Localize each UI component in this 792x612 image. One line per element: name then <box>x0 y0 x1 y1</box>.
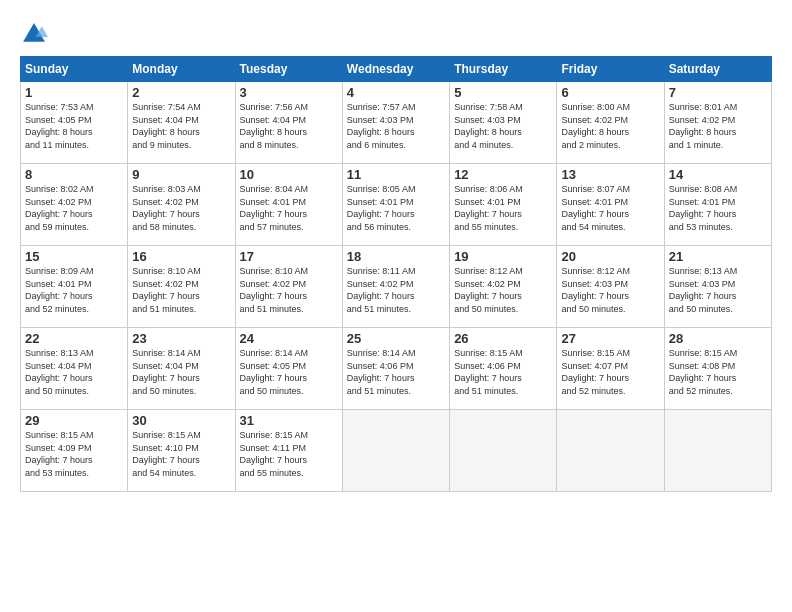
day-info: Sunrise: 7:56 AM Sunset: 4:04 PM Dayligh… <box>240 101 338 151</box>
calendar-cell: 10Sunrise: 8:04 AM Sunset: 4:01 PM Dayli… <box>235 164 342 246</box>
day-info: Sunrise: 8:15 AM Sunset: 4:06 PM Dayligh… <box>454 347 552 397</box>
calendar-cell: 7Sunrise: 8:01 AM Sunset: 4:02 PM Daylig… <box>664 82 771 164</box>
day-number: 10 <box>240 167 338 182</box>
day-number: 4 <box>347 85 445 100</box>
calendar-cell: 15Sunrise: 8:09 AM Sunset: 4:01 PM Dayli… <box>21 246 128 328</box>
calendar-cell: 17Sunrise: 8:10 AM Sunset: 4:02 PM Dayli… <box>235 246 342 328</box>
calendar-cell <box>450 410 557 492</box>
weekday-header-saturday: Saturday <box>664 57 771 82</box>
day-info: Sunrise: 8:09 AM Sunset: 4:01 PM Dayligh… <box>25 265 123 315</box>
weekday-header-monday: Monday <box>128 57 235 82</box>
logo-icon <box>20 20 48 48</box>
calendar-cell: 4Sunrise: 7:57 AM Sunset: 4:03 PM Daylig… <box>342 82 449 164</box>
day-info: Sunrise: 8:15 AM Sunset: 4:11 PM Dayligh… <box>240 429 338 479</box>
day-info: Sunrise: 8:08 AM Sunset: 4:01 PM Dayligh… <box>669 183 767 233</box>
day-info: Sunrise: 8:10 AM Sunset: 4:02 PM Dayligh… <box>132 265 230 315</box>
day-number: 25 <box>347 331 445 346</box>
day-number: 13 <box>561 167 659 182</box>
calendar-cell <box>557 410 664 492</box>
calendar-cell: 14Sunrise: 8:08 AM Sunset: 4:01 PM Dayli… <box>664 164 771 246</box>
day-number: 28 <box>669 331 767 346</box>
weekday-header-thursday: Thursday <box>450 57 557 82</box>
calendar-cell: 9Sunrise: 8:03 AM Sunset: 4:02 PM Daylig… <box>128 164 235 246</box>
day-info: Sunrise: 8:15 AM Sunset: 4:09 PM Dayligh… <box>25 429 123 479</box>
day-number: 9 <box>132 167 230 182</box>
day-number: 18 <box>347 249 445 264</box>
calendar-body: 1Sunrise: 7:53 AM Sunset: 4:05 PM Daylig… <box>21 82 772 492</box>
weekday-header-sunday: Sunday <box>21 57 128 82</box>
calendar-cell: 24Sunrise: 8:14 AM Sunset: 4:05 PM Dayli… <box>235 328 342 410</box>
day-info: Sunrise: 8:02 AM Sunset: 4:02 PM Dayligh… <box>25 183 123 233</box>
calendar-week-5: 29Sunrise: 8:15 AM Sunset: 4:09 PM Dayli… <box>21 410 772 492</box>
day-number: 26 <box>454 331 552 346</box>
day-number: 31 <box>240 413 338 428</box>
day-info: Sunrise: 7:53 AM Sunset: 4:05 PM Dayligh… <box>25 101 123 151</box>
calendar-cell: 3Sunrise: 7:56 AM Sunset: 4:04 PM Daylig… <box>235 82 342 164</box>
calendar-cell <box>342 410 449 492</box>
calendar-cell: 5Sunrise: 7:58 AM Sunset: 4:03 PM Daylig… <box>450 82 557 164</box>
day-number: 14 <box>669 167 767 182</box>
day-number: 19 <box>454 249 552 264</box>
day-number: 12 <box>454 167 552 182</box>
calendar-week-4: 22Sunrise: 8:13 AM Sunset: 4:04 PM Dayli… <box>21 328 772 410</box>
calendar-cell: 1Sunrise: 7:53 AM Sunset: 4:05 PM Daylig… <box>21 82 128 164</box>
calendar-week-1: 1Sunrise: 7:53 AM Sunset: 4:05 PM Daylig… <box>21 82 772 164</box>
calendar-cell: 28Sunrise: 8:15 AM Sunset: 4:08 PM Dayli… <box>664 328 771 410</box>
day-info: Sunrise: 8:12 AM Sunset: 4:03 PM Dayligh… <box>561 265 659 315</box>
calendar-cell: 12Sunrise: 8:06 AM Sunset: 4:01 PM Dayli… <box>450 164 557 246</box>
day-info: Sunrise: 7:58 AM Sunset: 4:03 PM Dayligh… <box>454 101 552 151</box>
day-info: Sunrise: 8:13 AM Sunset: 4:04 PM Dayligh… <box>25 347 123 397</box>
calendar-cell: 13Sunrise: 8:07 AM Sunset: 4:01 PM Dayli… <box>557 164 664 246</box>
calendar-cell: 21Sunrise: 8:13 AM Sunset: 4:03 PM Dayli… <box>664 246 771 328</box>
day-info: Sunrise: 7:57 AM Sunset: 4:03 PM Dayligh… <box>347 101 445 151</box>
day-number: 8 <box>25 167 123 182</box>
day-info: Sunrise: 8:14 AM Sunset: 4:05 PM Dayligh… <box>240 347 338 397</box>
weekday-header-friday: Friday <box>557 57 664 82</box>
calendar-cell: 16Sunrise: 8:10 AM Sunset: 4:02 PM Dayli… <box>128 246 235 328</box>
day-number: 6 <box>561 85 659 100</box>
calendar-cell: 26Sunrise: 8:15 AM Sunset: 4:06 PM Dayli… <box>450 328 557 410</box>
day-info: Sunrise: 8:15 AM Sunset: 4:08 PM Dayligh… <box>669 347 767 397</box>
weekday-header-wednesday: Wednesday <box>342 57 449 82</box>
day-number: 2 <box>132 85 230 100</box>
calendar-cell: 27Sunrise: 8:15 AM Sunset: 4:07 PM Dayli… <box>557 328 664 410</box>
calendar-table: SundayMondayTuesdayWednesdayThursdayFrid… <box>20 56 772 492</box>
day-info: Sunrise: 8:01 AM Sunset: 4:02 PM Dayligh… <box>669 101 767 151</box>
day-number: 7 <box>669 85 767 100</box>
calendar-header-row: SundayMondayTuesdayWednesdayThursdayFrid… <box>21 57 772 82</box>
day-info: Sunrise: 8:10 AM Sunset: 4:02 PM Dayligh… <box>240 265 338 315</box>
day-number: 17 <box>240 249 338 264</box>
calendar-week-3: 15Sunrise: 8:09 AM Sunset: 4:01 PM Dayli… <box>21 246 772 328</box>
day-info: Sunrise: 8:03 AM Sunset: 4:02 PM Dayligh… <box>132 183 230 233</box>
day-number: 15 <box>25 249 123 264</box>
day-info: Sunrise: 8:14 AM Sunset: 4:06 PM Dayligh… <box>347 347 445 397</box>
day-number: 11 <box>347 167 445 182</box>
day-info: Sunrise: 8:00 AM Sunset: 4:02 PM Dayligh… <box>561 101 659 151</box>
header <box>20 16 772 48</box>
page: SundayMondayTuesdayWednesdayThursdayFrid… <box>0 0 792 612</box>
day-number: 5 <box>454 85 552 100</box>
calendar-cell: 31Sunrise: 8:15 AM Sunset: 4:11 PM Dayli… <box>235 410 342 492</box>
calendar-cell: 11Sunrise: 8:05 AM Sunset: 4:01 PM Dayli… <box>342 164 449 246</box>
calendar-cell: 19Sunrise: 8:12 AM Sunset: 4:02 PM Dayli… <box>450 246 557 328</box>
calendar-cell: 20Sunrise: 8:12 AM Sunset: 4:03 PM Dayli… <box>557 246 664 328</box>
day-number: 29 <box>25 413 123 428</box>
day-number: 20 <box>561 249 659 264</box>
calendar-cell: 22Sunrise: 8:13 AM Sunset: 4:04 PM Dayli… <box>21 328 128 410</box>
day-number: 1 <box>25 85 123 100</box>
calendar-week-2: 8Sunrise: 8:02 AM Sunset: 4:02 PM Daylig… <box>21 164 772 246</box>
day-info: Sunrise: 8:11 AM Sunset: 4:02 PM Dayligh… <box>347 265 445 315</box>
calendar-cell: 6Sunrise: 8:00 AM Sunset: 4:02 PM Daylig… <box>557 82 664 164</box>
day-info: Sunrise: 8:05 AM Sunset: 4:01 PM Dayligh… <box>347 183 445 233</box>
calendar-cell: 25Sunrise: 8:14 AM Sunset: 4:06 PM Dayli… <box>342 328 449 410</box>
calendar-cell: 29Sunrise: 8:15 AM Sunset: 4:09 PM Dayli… <box>21 410 128 492</box>
day-info: Sunrise: 8:06 AM Sunset: 4:01 PM Dayligh… <box>454 183 552 233</box>
day-info: Sunrise: 7:54 AM Sunset: 4:04 PM Dayligh… <box>132 101 230 151</box>
calendar-cell: 30Sunrise: 8:15 AM Sunset: 4:10 PM Dayli… <box>128 410 235 492</box>
weekday-header-tuesday: Tuesday <box>235 57 342 82</box>
day-number: 30 <box>132 413 230 428</box>
calendar-cell: 8Sunrise: 8:02 AM Sunset: 4:02 PM Daylig… <box>21 164 128 246</box>
day-info: Sunrise: 8:13 AM Sunset: 4:03 PM Dayligh… <box>669 265 767 315</box>
calendar-cell <box>664 410 771 492</box>
day-number: 24 <box>240 331 338 346</box>
